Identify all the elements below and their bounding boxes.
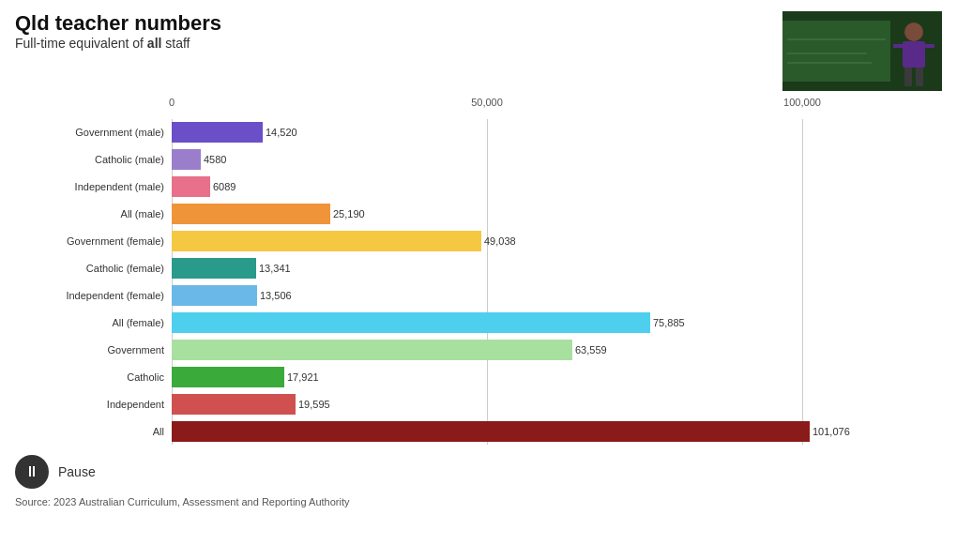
bar-label: Government (female): [14, 235, 164, 247]
pause-icon: ⏸: [24, 464, 39, 479]
page-header: Qld teacher numbers Full-time equivalent…: [0, 0, 957, 95]
svg-rect-8: [925, 44, 934, 48]
bar-row: Independent19,595: [172, 391, 942, 417]
bar-label: Independent (male): [14, 181, 164, 192]
axis-label-100k: 100,000: [783, 97, 821, 108]
svg-rect-1: [782, 21, 890, 82]
bar-row: All (female)75,885: [172, 310, 942, 336]
bar-label: Catholic (male): [14, 154, 164, 165]
bar-value-label: 75,885: [653, 317, 685, 328]
bar-fill: 6089: [172, 176, 210, 197]
bar-value-label: 25,190: [333, 208, 365, 219]
subtitle-prefix: Full-time equivalent of: [15, 36, 147, 51]
bar-row: Catholic (female)13,341: [172, 255, 942, 281]
svg-point-5: [904, 23, 923, 41]
source-citation: Source: 2023 Australian Curriculum, Asse…: [0, 492, 957, 515]
footer: ⏸ Pause: [0, 449, 957, 492]
title-block: Qld teacher numbers Full-time equivalent…: [15, 11, 221, 51]
bar-value-label: 13,506: [260, 290, 292, 301]
bar-label: Catholic: [14, 371, 164, 383]
bar-label: All (male): [14, 208, 164, 219]
bar-label: All: [14, 426, 164, 437]
pause-button[interactable]: ⏸: [15, 455, 49, 489]
header-image: [782, 11, 942, 91]
bar-row: Independent (female)13,506: [172, 282, 942, 309]
bar-value-label: 19,595: [298, 399, 330, 410]
bar-value-label: 101,076: [813, 426, 850, 437]
bar-row: Government (female)49,038: [172, 228, 942, 254]
svg-rect-9: [904, 68, 912, 86]
svg-rect-6: [903, 41, 925, 68]
bar-row: Independent (male)6089: [172, 174, 942, 200]
chart-container: 0 50,000 100,000 Government (male)14,520…: [0, 95, 957, 449]
axis-labels: 0 50,000 100,000: [172, 97, 942, 115]
axis-label-0: 0: [169, 97, 175, 108]
bar-label: Government (male): [14, 127, 164, 138]
bar-fill: 13,341: [172, 258, 256, 279]
pause-label: Pause: [58, 464, 96, 479]
bar-label: Independent: [14, 399, 164, 410]
bar-label: Catholic (female): [14, 263, 164, 274]
bar-value-label: 14,520: [266, 127, 297, 138]
bar-label: All (female): [14, 317, 164, 328]
subtitle-all: all: [147, 36, 162, 51]
bar-fill: 25,190: [172, 204, 330, 224]
bar-fill: 13,506: [172, 285, 257, 306]
bar-fill: 101,076: [172, 421, 810, 442]
svg-rect-7: [893, 44, 904, 48]
bar-fill: 4580: [172, 149, 201, 170]
bar-fill: 63,559: [172, 340, 572, 360]
subtitle: Full-time equivalent of all staff: [15, 36, 221, 51]
bar-label: Independent (female): [14, 290, 164, 301]
bar-fill: 75,885: [172, 312, 650, 333]
bars-area: Government (male)14,520Catholic (male)45…: [172, 119, 942, 445]
bar-row: All101,076: [172, 418, 942, 445]
bar-row: Government63,559: [172, 337, 942, 363]
axis-label-50k: 50,000: [471, 97, 503, 108]
bar-row: Catholic (male)4580: [172, 146, 942, 173]
svg-rect-10: [916, 68, 923, 86]
bar-row: Government (male)14,520: [172, 119, 942, 145]
bar-value-label: 6089: [213, 181, 235, 192]
bar-value-label: 4580: [204, 154, 226, 165]
bar-value-label: 63,559: [575, 344, 607, 356]
bar-fill: 17,921: [172, 367, 284, 387]
bar-fill: 19,595: [172, 394, 296, 415]
bar-row: Catholic17,921: [172, 364, 942, 390]
bar-fill: 49,038: [172, 231, 481, 251]
subtitle-suffix: staff: [161, 36, 190, 51]
bar-label: Government: [14, 344, 164, 356]
page-title: Qld teacher numbers: [15, 11, 221, 36]
bar-value-label: 13,341: [259, 263, 291, 274]
bar-fill: 14,520: [172, 122, 263, 143]
bar-row: All (male)25,190: [172, 201, 942, 227]
bar-value-label: 17,921: [287, 371, 319, 383]
bar-value-label: 49,038: [484, 235, 516, 247]
